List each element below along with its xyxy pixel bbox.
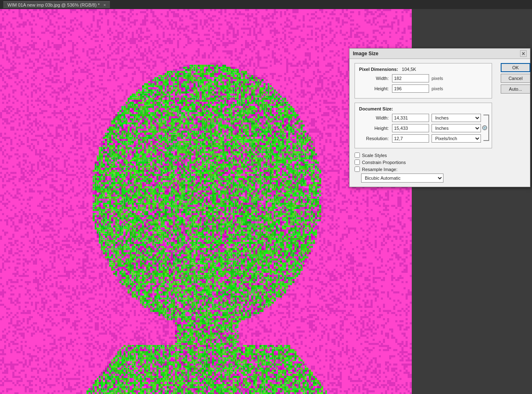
doc-width-input[interactable]	[392, 114, 429, 122]
pixel-width-unit: pixels	[432, 76, 443, 81]
scale-styles-label: Scale Styles	[362, 153, 387, 158]
resample-method-select[interactable]: Bicubic Automatic Automatic Preserve Det…	[361, 174, 443, 183]
link-icon: 🔗	[482, 125, 487, 130]
scale-styles-row: Scale Styles	[355, 152, 525, 158]
doc-resolution-label: Resolution:	[359, 136, 392, 141]
resample-image-checkbox[interactable]	[355, 167, 360, 172]
dialog-titlebar: Image Size ×	[350, 49, 530, 59]
auto-button[interactable]: Auto...	[501, 84, 530, 94]
doc-resolution-row: Resolution: Pixels/Inch Pixels/cm	[359, 134, 488, 143]
doc-height-row: Height: Inches Percent cm mm	[359, 124, 488, 132]
pixel-width-row: Width: pixels	[359, 74, 488, 82]
document-size-header: Document Size:	[359, 106, 488, 111]
image-size-dialog: Image Size × OK Cancel Auto... Pixel Dim…	[349, 48, 530, 187]
constrain-proportions-row: Constrain Proportions	[355, 159, 525, 165]
doc-width-unit-select[interactable]: Inches Percent cm mm Points Picas	[432, 114, 481, 122]
resample-row: Resample Image:	[355, 167, 525, 172]
pixel-dimensions-group: Pixel Dimensions: 104,5K Width: pixels H…	[355, 63, 492, 98]
checkboxes-section: Scale Styles Constrain Proportions Resam…	[355, 152, 525, 183]
titlebar: WIM 01A new imp 03b.jpg @ 536% (RGB/8) *…	[0, 0, 532, 9]
doc-width-row: Width: Inches Percent cm mm Points Picas	[359, 114, 488, 122]
dialog-close-button[interactable]: ×	[520, 50, 527, 57]
link-bracket: 🔗	[483, 115, 489, 141]
pixel-height-input[interactable]	[392, 84, 429, 93]
ok-button[interactable]: OK	[501, 63, 530, 72]
pixel-height-unit: pixels	[432, 86, 443, 91]
doc-height-unit-select[interactable]: Inches Percent cm mm	[432, 124, 481, 132]
doc-resolution-unit-select[interactable]: Pixels/Inch Pixels/cm	[432, 134, 481, 143]
pixel-height-row: Height: pixels	[359, 84, 488, 93]
constrain-proportions-checkbox[interactable]	[355, 159, 360, 165]
doc-height-label: Height:	[359, 126, 392, 131]
canvas-area: Image Size × OK Cancel Auto... Pixel Dim…	[0, 9, 532, 394]
cancel-button[interactable]: Cancel	[501, 74, 530, 83]
document-size-group: Document Size: Width: Inches Percent cm …	[355, 103, 492, 148]
scale-styles-checkbox[interactable]	[355, 152, 360, 158]
dialog-title: Image Size	[353, 51, 378, 56]
doc-resolution-input[interactable]	[392, 134, 429, 143]
pixel-width-input[interactable]	[392, 74, 429, 82]
dialog-body: OK Cancel Auto... Pixel Dimensions: 104,…	[350, 59, 530, 187]
resample-image-label: Resample Image:	[362, 167, 397, 172]
pixel-width-label: Width:	[359, 76, 392, 81]
doc-height-input[interactable]	[392, 124, 429, 132]
dialog-buttons: OK Cancel Auto...	[501, 63, 530, 94]
pixel-dimensions-header: Pixel Dimensions: 104,5K	[359, 67, 488, 72]
resample-method-row: Bicubic Automatic Automatic Preserve Det…	[361, 174, 525, 183]
document-tab[interactable]: WIM 01A new imp 03b.jpg @ 536% (RGB/8) *…	[3, 1, 110, 8]
tab-label: WIM 01A new imp 03b.jpg @ 536% (RGB/8) *	[7, 2, 100, 7]
tab-close-icon[interactable]: ×	[103, 2, 106, 7]
constrain-proportions-label: Constrain Proportions	[362, 160, 406, 165]
doc-width-label: Width:	[359, 115, 392, 120]
pixel-height-label: Height:	[359, 86, 392, 91]
